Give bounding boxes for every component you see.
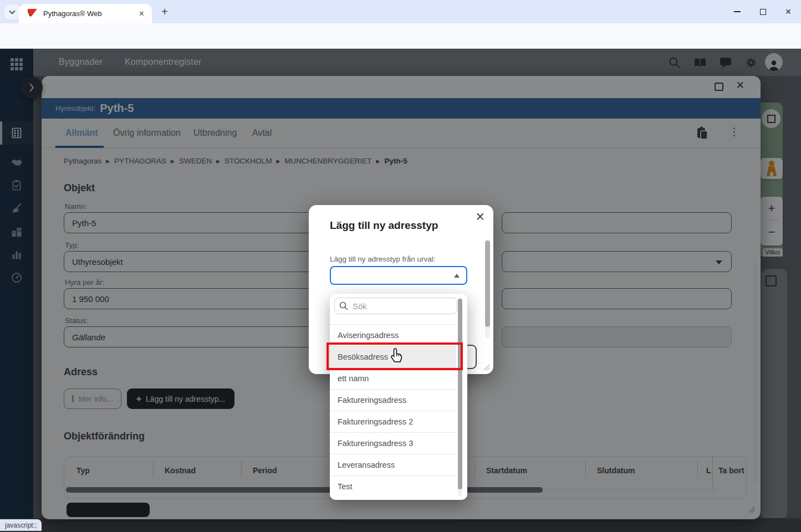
- scrollbar-thumb[interactable]: [458, 299, 462, 489]
- chevron-down-icon: [9, 10, 16, 14]
- dialog-select-label: Lägg till ny adresstyp från urval:: [330, 255, 436, 263]
- new-tab-button[interactable]: +: [157, 4, 172, 19]
- option-faktureringsadress-3[interactable]: Faktureringsadress 3: [330, 432, 456, 454]
- option-test[interactable]: Test: [330, 475, 456, 497]
- option-ett-namn[interactable]: ett namn: [330, 367, 456, 389]
- option-faktureringsadress-2[interactable]: Faktureringsadress 2: [330, 411, 456, 432]
- option-aviseringsadress[interactable]: Aviseringsadress: [330, 324, 456, 346]
- chevron-up-icon: [454, 274, 460, 278]
- dropdown-scrollbar[interactable]: [458, 298, 462, 496]
- address-type-select[interactable]: [330, 266, 467, 285]
- tab-title: Pythagoras® Web: [43, 9, 137, 18]
- option-list: Aviseringsadress Besöksadress ett namn F…: [330, 324, 456, 497]
- browser-tab[interactable]: Pythagoras® Web ×: [19, 4, 152, 23]
- address-type-dropdown: Aviseringsadress Besöksadress ett namn F…: [330, 294, 467, 500]
- dialog-resize-handle[interactable]: [482, 362, 491, 371]
- maximize-button[interactable]: [750, 0, 776, 23]
- scrollbar-thumb[interactable]: [485, 241, 490, 327]
- search-icon: [339, 301, 348, 310]
- dialog-title: Lägg till ny adresstyp: [330, 219, 438, 232]
- dialog-scrollbar[interactable]: [485, 239, 490, 338]
- dropdown-search[interactable]: [334, 298, 457, 314]
- tab-close-icon[interactable]: ×: [137, 9, 146, 19]
- option-besoksadress[interactable]: Besöksadress: [330, 346, 456, 367]
- window-controls: ×: [725, 0, 801, 23]
- minimize-button[interactable]: [725, 0, 750, 23]
- pythagoras-logo-icon: [27, 8, 38, 19]
- close-button[interactable]: ×: [776, 0, 801, 23]
- tab-search-button[interactable]: [4, 4, 19, 19]
- dialog-close-icon[interactable]: ×: [476, 208, 484, 226]
- option-faktureringsadress[interactable]: Faktureringsadress: [330, 389, 456, 411]
- status-bubble: javascript:;: [0, 519, 42, 531]
- option-leveransadress[interactable]: Leveransadress: [330, 454, 456, 475]
- search-input[interactable]: [353, 301, 447, 311]
- browser-toolbar: pim.pythagoras.se/py_datamanager_interna…: [0, 23, 801, 49]
- browser-tab-strip: Pythagoras® Web × + ×: [0, 0, 801, 23]
